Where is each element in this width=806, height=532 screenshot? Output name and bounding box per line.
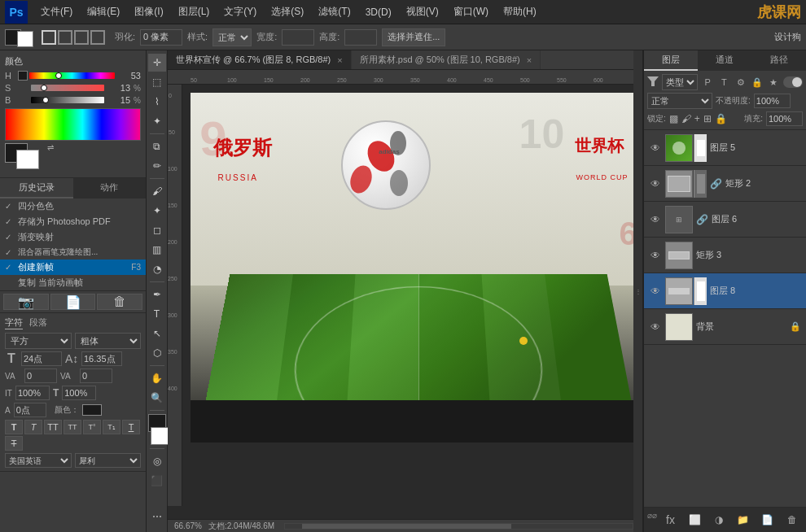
zoom-tool[interactable]: 🔍 (148, 389, 166, 407)
canvas-scroll-area[interactable]: 50 100 150 200 250 300 350 400 450 500 5… (168, 70, 643, 519)
tab-document-2[interactable]: 所用素材.psd @ 50% (图层 10, RGB/8#) × (352, 50, 541, 69)
menu-edit[interactable]: 编辑(E) (81, 3, 126, 20)
type-tool[interactable]: T (148, 305, 166, 323)
scale-v-input[interactable] (62, 386, 96, 400)
history-item[interactable]: ✓ 四分色色 (0, 198, 146, 214)
menu-image[interactable]: 图像(I) (128, 3, 169, 20)
filter-icon-2[interactable]: T (717, 75, 730, 89)
smallcaps-btn[interactable]: TT (64, 420, 81, 434)
layer-item[interactable]: 👁 🔗 矩形 2 (644, 166, 806, 202)
italic-btn[interactable]: T (24, 420, 42, 434)
quick-mask-button[interactable]: ◎ (148, 452, 166, 470)
tab-paths[interactable]: 路径 (752, 50, 806, 71)
tab-paragraph[interactable]: 段落 (29, 316, 47, 329)
background-color-box[interactable] (16, 150, 39, 169)
tool-mode-3[interactable] (74, 30, 89, 45)
height-input[interactable] (344, 29, 377, 46)
select-mask-button[interactable]: 选择并遮住... (382, 28, 445, 46)
font-size-input[interactable] (21, 351, 62, 366)
crop-tool[interactable]: ⧉ (148, 137, 166, 155)
menu-select[interactable]: 选择(S) (265, 3, 310, 20)
filter-icon-1[interactable]: P (701, 75, 714, 89)
menu-view[interactable]: 视图(V) (400, 3, 445, 20)
history-item[interactable]: ✓ 存储为 Photoshop PDF (0, 214, 146, 229)
eyedropper-tool[interactable]: ✏ (148, 157, 166, 175)
tab-close-btn[interactable]: × (337, 55, 342, 65)
rectangle-select-tool[interactable]: ⬚ (148, 73, 166, 91)
filter-icon-3[interactable]: ⚙ (734, 75, 747, 89)
filter-type-select[interactable]: 类型 (662, 74, 698, 90)
gradient-tool[interactable]: ▥ (148, 241, 166, 259)
tool-mode-normal[interactable] (42, 30, 56, 45)
lock-position-icon[interactable]: + (694, 113, 700, 124)
menu-type[interactable]: 文字(Y) (217, 3, 263, 20)
style-select[interactable]: 正常 (212, 28, 252, 46)
tab-layers[interactable]: 图层 (644, 50, 698, 71)
expand-icon[interactable]: ⋯ (148, 508, 166, 525)
background-swatch[interactable] (151, 427, 169, 445)
bold-btn[interactable]: T (5, 420, 23, 434)
kerning-input[interactable] (80, 368, 112, 383)
sub-btn[interactable]: T₁ (103, 420, 120, 434)
create-group-button[interactable]: 📁 (733, 511, 755, 529)
canvas-image[interactable]: 俄罗斯 RUSSIA 世界杯 WORLD CUP 9 6 10 (191, 93, 643, 443)
path-select-tool[interactable]: ↖ (148, 325, 166, 342)
swap-colors-icon[interactable]: ⇌ (47, 143, 54, 152)
add-mask-button[interactable]: ⬜ (684, 511, 706, 529)
shape-tool[interactable]: ⬡ (148, 344, 166, 362)
scroll-thumb-h[interactable] (302, 524, 510, 529)
menu-filter[interactable]: 滤镜(T) (312, 3, 357, 20)
tab-channels[interactable]: 通道 (698, 50, 751, 71)
tool-mode-2[interactable] (58, 30, 72, 45)
leading-input[interactable] (81, 351, 122, 366)
layer-item[interactable]: 👁 矩形 3 (644, 238, 806, 273)
hue-slider[interactable] (29, 72, 115, 79)
dodge-tool[interactable]: ◔ (148, 260, 166, 278)
delete-history-button[interactable]: 🗑 (97, 294, 142, 310)
menu-layer[interactable]: 图层(L) (172, 3, 217, 20)
layer-item[interactable]: 👁 ⊞ 🔗 图层 6 (644, 202, 806, 238)
baseline-input[interactable] (14, 403, 46, 417)
screen-mode-button[interactable]: ⬛ (148, 472, 166, 490)
create-snapshot-button[interactable]: 📷 (3, 294, 49, 310)
fill-input[interactable] (766, 111, 803, 126)
color-spectrum[interactable] (5, 108, 141, 141)
eraser-tool[interactable]: ◻ (148, 221, 166, 239)
lasso-tool[interactable]: ⌇ (148, 93, 166, 111)
lock-all-icon[interactable]: 🔒 (715, 113, 727, 124)
scale-h-input[interactable] (15, 386, 50, 400)
menu-file[interactable]: 文件(F) (34, 3, 79, 20)
stamp-tool[interactable]: ✦ (148, 202, 166, 220)
layer-item-background[interactable]: 👁 背景 🔒 (644, 309, 806, 345)
tab-history[interactable]: 历史记录 (0, 178, 73, 198)
layer-item[interactable]: 👁 图层 5 (644, 130, 806, 166)
layer-item-selected[interactable]: 👁 图层 8 (644, 273, 806, 309)
canvas-viewport[interactable]: 俄罗斯 RUSSIA 世界杯 WORLD CUP 9 6 10 (182, 85, 643, 506)
layer-visibility-toggle[interactable]: 👁 (649, 213, 662, 226)
create-document-button[interactable]: 📄 (50, 294, 96, 310)
blend-mode-select[interactable]: 正常 (647, 93, 712, 109)
strikethrough-btn[interactable]: T (5, 436, 23, 451)
history-item[interactable]: ✓ 复制 当前动画帧 (0, 275, 146, 290)
sat-slider[interactable] (31, 85, 104, 91)
scroll-bar-h[interactable] (284, 523, 633, 530)
history-item[interactable]: ✓ 渐变映射 (0, 229, 146, 245)
menu-3d[interactable]: 3D(D) (359, 5, 398, 20)
layer-visibility-toggle[interactable]: 👁 (649, 177, 662, 190)
feather-input[interactable] (140, 29, 182, 46)
panel-expand-handle[interactable]: ⋮ (633, 50, 643, 532)
add-fx-button[interactable]: fx (659, 511, 681, 529)
move-tool[interactable]: ✛ (148, 54, 166, 72)
antialias-select[interactable]: 犀利 (75, 453, 142, 468)
lock-image-icon[interactable]: 🖌 (681, 113, 691, 124)
bri-slider[interactable] (31, 97, 104, 103)
filter-toggle[interactable] (783, 76, 803, 88)
underline-btn[interactable]: T (122, 420, 140, 434)
language-select[interactable]: 美国英语 (5, 453, 72, 468)
super-btn[interactable]: T° (83, 420, 101, 434)
create-layer-button[interactable]: 📄 (756, 511, 778, 529)
lock-transparent-icon[interactable]: ▩ (669, 113, 678, 124)
menu-window[interactable]: 窗口(W) (447, 3, 495, 20)
layer-visibility-toggle[interactable]: 👁 (649, 285, 662, 298)
background-color-swatch[interactable] (17, 31, 33, 47)
